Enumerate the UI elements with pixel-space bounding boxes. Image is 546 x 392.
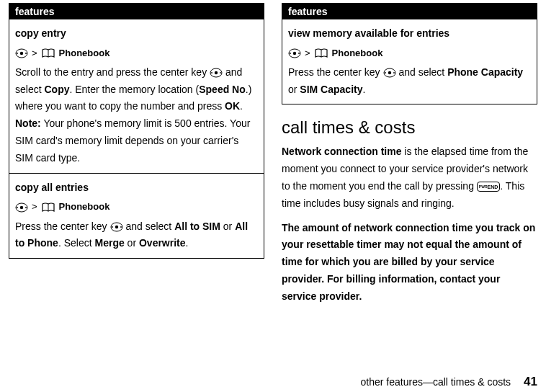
center-key-icon bbox=[15, 202, 28, 213]
para-2: The amount of network connection time yo… bbox=[282, 220, 537, 306]
svg-point-21 bbox=[298, 53, 300, 54]
phonebook-label: Phonebook bbox=[59, 199, 110, 215]
footer-text: other features—call times & costs bbox=[361, 376, 511, 388]
gt-symbol: > bbox=[32, 45, 37, 61]
svg-point-19 bbox=[293, 52, 296, 55]
center-key-icon bbox=[288, 48, 301, 58]
left-feature-box: features copy entry > Phonebook Scroll t… bbox=[9, 3, 264, 259]
text: Press the center key bbox=[15, 220, 110, 232]
right-feature-box: features view memory available for entri… bbox=[282, 3, 537, 104]
phonebook-label: Phonebook bbox=[332, 45, 383, 61]
view-memory-section: view memory available for entries > Phon… bbox=[282, 19, 537, 104]
text: Press the center key bbox=[288, 66, 383, 78]
view-memory-title: view memory available for entries bbox=[288, 25, 531, 43]
end-key-icon: PWREND bbox=[477, 182, 500, 192]
billing-disclaimer: The amount of network connection time yo… bbox=[282, 222, 535, 302]
para-1: Network connection time is the elapsed t… bbox=[282, 143, 537, 212]
center-key-icon bbox=[110, 222, 123, 232]
svg-point-26 bbox=[393, 72, 395, 74]
text: . bbox=[186, 237, 189, 249]
gt-symbol: > bbox=[32, 199, 37, 215]
phonebook-icon bbox=[314, 48, 328, 59]
text: or bbox=[125, 237, 139, 249]
nav-path: > Phonebook bbox=[288, 45, 531, 61]
note-label: Note: bbox=[15, 117, 41, 129]
nav-path: > Phonebook bbox=[15, 45, 258, 61]
text: or bbox=[288, 84, 300, 95]
network-connection-time-label: Network connection time bbox=[282, 146, 401, 157]
svg-point-1 bbox=[20, 52, 23, 55]
svg-point-25 bbox=[385, 72, 386, 74]
svg-point-2 bbox=[17, 53, 18, 54]
all-to-sim-label: All to SIM bbox=[174, 220, 220, 232]
text: . Enter the memory location ( bbox=[69, 84, 199, 95]
copy-all-section: copy all entries > Phonebook Press the c… bbox=[9, 173, 264, 258]
speed-no-label: Speed No bbox=[199, 84, 246, 95]
right-column: features view memory available for entri… bbox=[273, 0, 546, 392]
text: Scroll to the entry and press the center… bbox=[15, 66, 210, 78]
phonebook-label: Phonebook bbox=[59, 45, 110, 61]
svg-point-24 bbox=[388, 71, 390, 74]
copy-entry-note: Note: Your phone's memory limit is 500 e… bbox=[15, 115, 258, 166]
phonebook-icon bbox=[41, 48, 55, 59]
svg-point-20 bbox=[290, 53, 291, 54]
text: . Select bbox=[58, 237, 95, 249]
svg-point-6 bbox=[215, 71, 218, 74]
note-text: Your phone's memory limit is 500 entries… bbox=[15, 117, 250, 164]
copy-entry-section: copy entry > Phonebook Scroll to the ent… bbox=[9, 19, 264, 173]
text: . bbox=[240, 100, 243, 112]
features-header-left: features bbox=[9, 4, 264, 19]
copy-label: Copy bbox=[44, 84, 69, 95]
page-number: 41 bbox=[524, 375, 537, 389]
sim-capacity-label: SIM Capacity bbox=[300, 84, 362, 95]
ok-label: OK bbox=[225, 100, 240, 112]
center-key-icon bbox=[210, 68, 223, 78]
page-footer: other features—call times & costs 41 bbox=[282, 368, 537, 389]
phone-capacity-label: Phone Capacity bbox=[447, 66, 523, 78]
center-key-icon bbox=[383, 68, 396, 78]
svg-point-3 bbox=[25, 53, 27, 54]
svg-point-15 bbox=[115, 226, 117, 228]
gt-symbol: > bbox=[305, 45, 310, 61]
copy-all-body: Press the center key and select All to S… bbox=[15, 218, 258, 253]
nav-path: > Phonebook bbox=[15, 199, 258, 215]
text: and select bbox=[396, 66, 448, 78]
svg-point-10 bbox=[20, 205, 23, 208]
copy-entry-title: copy entry bbox=[15, 25, 258, 43]
text: and select bbox=[123, 220, 175, 232]
section-title: call times & costs bbox=[282, 117, 537, 138]
right-body-text: Network connection time is the elapsed t… bbox=[282, 143, 537, 312]
svg-point-8 bbox=[220, 72, 221, 74]
copy-all-title: copy all entries bbox=[15, 179, 258, 197]
svg-point-11 bbox=[17, 207, 18, 208]
copy-entry-body: Scroll to the entry and press the center… bbox=[15, 64, 258, 115]
svg-point-17 bbox=[120, 226, 122, 228]
features-header-right: features bbox=[282, 4, 537, 19]
svg-point-12 bbox=[25, 207, 27, 208]
overwrite-label: Overwrite bbox=[139, 237, 186, 249]
text: . bbox=[362, 84, 365, 95]
merge-label: Merge bbox=[94, 237, 124, 249]
view-memory-body: Press the center key and select Phone Ca… bbox=[288, 64, 531, 99]
phonebook-icon bbox=[41, 202, 55, 213]
text: or bbox=[220, 220, 235, 232]
center-key-icon bbox=[15, 48, 28, 58]
svg-point-7 bbox=[211, 72, 212, 74]
left-column: features copy entry > Phonebook Scroll t… bbox=[0, 0, 273, 392]
svg-point-16 bbox=[112, 226, 113, 228]
